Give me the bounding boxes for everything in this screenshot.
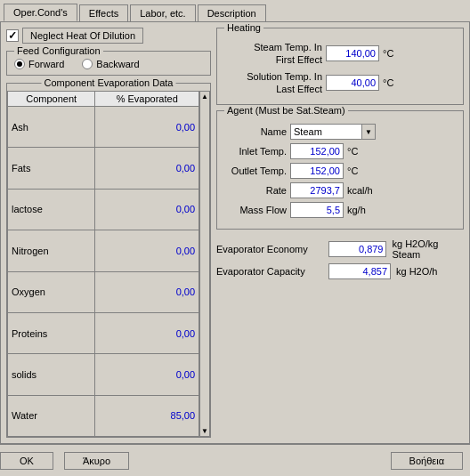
col-component: Component	[8, 92, 95, 107]
value-cell: 0,00	[95, 148, 199, 189]
agent-name-input[interactable]	[290, 124, 361, 140]
capacity-label: Evaporator Capacity	[216, 266, 323, 277]
table-container: Component % Evaporated Ash0,00Fats0,00la…	[7, 91, 210, 437]
neglect-button[interactable]: Neglect Heat Of Dilution	[22, 28, 143, 44]
mass-flow-row: Mass Flow kg/h	[224, 202, 456, 218]
outlet-temp-label: Outlet Temp.	[224, 165, 287, 176]
evaporation-title: Component Evaporation Data	[42, 77, 176, 88]
outlet-temp-row: Outlet Temp. °C	[224, 163, 456, 179]
solution-temp-row: Solution Temp. InLast Effect °C	[224, 70, 456, 96]
agent-title: Agent (Must be Sat.Steam)	[224, 105, 348, 116]
radio-backward-label: Backward	[96, 59, 139, 69]
economy-unit: kg H2O/kg Steam	[392, 238, 464, 260]
component-cell: Proteins	[8, 312, 95, 353]
feed-config-group: Feed Configuration Forward Backward	[6, 51, 211, 76]
rate-input[interactable]	[290, 182, 344, 198]
cancel-button[interactable]: Άκυρο	[64, 452, 129, 470]
scroll-down-arrow[interactable]: ▼	[200, 426, 209, 436]
feed-config-title: Feed Configuration	[14, 45, 103, 56]
evap-table: Component % Evaporated Ash0,00Fats0,00la…	[7, 91, 199, 437]
table-row: Oxygen0,00	[8, 271, 199, 312]
component-cell: Water	[8, 395, 95, 436]
value-cell: 0,00	[95, 354, 199, 395]
mass-flow-input[interactable]	[290, 202, 344, 218]
agent-group: Agent (Must be Sat.Steam) Name ▼	[216, 110, 464, 230]
table-row: lactose0,00	[8, 189, 199, 230]
component-cell: Nitrogen	[8, 230, 95, 271]
mass-flow-label: Mass Flow	[224, 205, 287, 215]
evap-scrollbar[interactable]: ▲ ▼	[199, 91, 210, 437]
solution-temp-unit: °C	[383, 77, 393, 88]
scroll-up-arrow[interactable]: ▲	[200, 92, 209, 101]
tab-description[interactable]: Description	[198, 4, 266, 21]
rate-label: Rate	[224, 185, 287, 196]
outlet-temp-unit: °C	[347, 165, 358, 176]
rate-unit: kcal/h	[347, 185, 373, 196]
rate-row: Rate kcal/h	[224, 182, 456, 198]
steam-temp-input[interactable]	[326, 45, 379, 61]
economy-value: 0,879	[328, 241, 386, 257]
neglect-checkbox[interactable]: ✓	[6, 29, 19, 42]
economy-row: Evaporator Economy 0,879 kg H2O/kg Steam	[216, 238, 464, 260]
outlet-temp-input[interactable]	[290, 163, 344, 179]
value-cell: 0,00	[95, 230, 199, 271]
steam-temp-row: Steam Temp. InFirst Effect °C	[224, 41, 456, 67]
help-button[interactable]: Βοήθεια	[391, 452, 463, 470]
agent-name-label: Name	[224, 126, 287, 137]
neglect-row: ✓ Neglect Heat Of Dilution	[6, 28, 211, 44]
agent-name-row: Name ▼	[224, 124, 456, 140]
steam-temp-label: Steam Temp. InFirst Effect	[254, 42, 322, 65]
radio-row: Forward Backward	[14, 55, 203, 69]
top-panels: ✓ Neglect Heat Of Dilution Feed Configur…	[6, 28, 464, 438]
inlet-temp-label: Inlet Temp.	[224, 146, 287, 157]
mass-flow-unit: kg/h	[347, 205, 366, 215]
table-row: solids0,00	[8, 354, 199, 395]
heating-group: Heating Steam Temp. InFirst Effect °C So…	[216, 28, 464, 105]
col-evaporated: % Evaporated	[95, 92, 199, 107]
value-cell: 85,00	[95, 395, 199, 436]
evap-table-wrapper: Component % Evaporated Ash0,00Fats0,00la…	[7, 91, 210, 437]
main-window: Oper.Cond's Effects Labor, etc. Descript…	[0, 0, 470, 476]
component-cell: Oxygen	[8, 271, 95, 312]
table-row: Water85,00	[8, 395, 199, 436]
right-panel: Heating Steam Temp. InFirst Effect °C So…	[216, 28, 464, 438]
component-cell: solids	[8, 354, 95, 395]
capacity-unit: kg H2O/h	[396, 266, 437, 277]
value-cell: 0,00	[95, 271, 199, 312]
value-cell: 0,00	[95, 107, 199, 148]
table-row: Ash0,00	[8, 107, 199, 148]
radio-forward[interactable]: Forward	[14, 59, 64, 69]
capacity-row: Evaporator Capacity 4,857 kg H2O/h	[216, 263, 464, 279]
radio-forward-circle[interactable]	[14, 59, 25, 69]
tab-labor-etc[interactable]: Labor, etc.	[130, 4, 195, 21]
table-row: Proteins0,00	[8, 312, 199, 353]
ok-button[interactable]: OK	[0, 452, 53, 470]
table-row: Nitrogen0,00	[8, 230, 199, 271]
tab-effects[interactable]: Effects	[79, 4, 128, 21]
radio-forward-label: Forward	[28, 59, 64, 69]
value-cell: 0,00	[95, 312, 199, 353]
component-cell: Ash	[8, 107, 95, 148]
radio-backward[interactable]: Backward	[82, 59, 139, 69]
economy-label: Evaporator Economy	[216, 244, 323, 254]
value-cell: 0,00	[95, 189, 199, 230]
inlet-temp-input[interactable]	[290, 143, 344, 159]
capacity-value: 4,857	[328, 263, 391, 279]
solution-temp-input[interactable]	[326, 75, 379, 91]
component-cell: Fats	[8, 148, 95, 189]
heating-title: Heating	[224, 22, 263, 33]
component-cell: lactose	[8, 189, 95, 230]
solution-temp-label: Solution Temp. InLast Effect	[247, 71, 322, 94]
radio-backward-circle[interactable]	[82, 59, 93, 69]
agent-name-select[interactable]: ▼	[290, 124, 376, 140]
agent-dropdown-arrow[interactable]: ▼	[361, 124, 376, 140]
bottom-bar: OK Άκυρο Βοήθεια	[0, 444, 470, 476]
steam-temp-unit: °C	[383, 48, 393, 59]
tab-oper-conds[interactable]: Oper.Cond's	[4, 4, 77, 21]
evap-info: Evaporator Economy 0,879 kg H2O/kg Steam…	[216, 238, 464, 279]
inlet-temp-unit: °C	[347, 146, 358, 157]
evaporation-group: Component Evaporation Data Component % E…	[6, 83, 211, 438]
table-row: Fats0,00	[8, 148, 199, 189]
tab-bar: Oper.Cond's Effects Labor, etc. Descript…	[0, 0, 470, 21]
main-content: ✓ Neglect Heat Of Dilution Feed Configur…	[0, 21, 470, 444]
